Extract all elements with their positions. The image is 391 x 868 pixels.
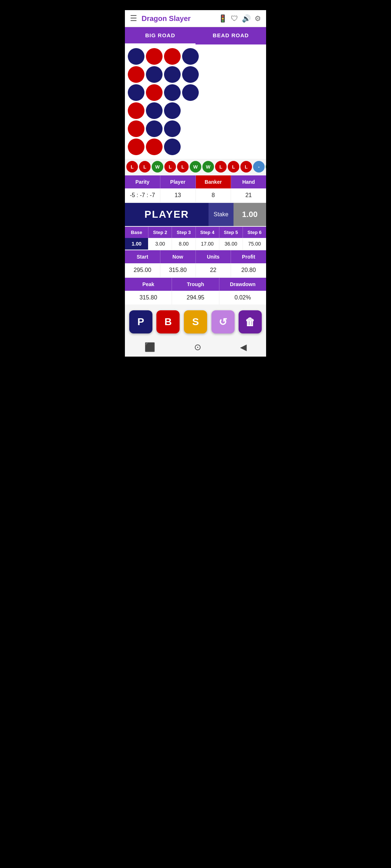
road-circle — [218, 120, 235, 137]
player-btn[interactable]: P — [129, 310, 152, 333]
result-badge: - — [253, 161, 265, 173]
road-circle — [255, 48, 266, 65]
road-circle — [128, 84, 144, 101]
delete-btn[interactable]: 🗑 — [239, 310, 262, 333]
tab-big-road[interactable]: BIG ROAD — [125, 27, 196, 44]
road-circle — [255, 139, 266, 155]
stats-header-cell-banker: Banker — [196, 175, 231, 188]
steps-data-cell: 17.00 — [196, 238, 219, 250]
road-circle — [200, 66, 217, 83]
road-circle — [218, 102, 235, 119]
result-badge: W — [202, 161, 214, 173]
steps-header-cell: Step 2 — [148, 227, 172, 238]
bottom-bar — [125, 357, 266, 364]
road-row — [128, 66, 263, 83]
steps-header-cell: Step 3 — [172, 227, 196, 238]
stats-data-cell: 13 — [160, 188, 196, 202]
steps-data-cell: 36.00 — [219, 238, 243, 250]
road-circle — [164, 84, 181, 101]
finance2-header-cell: Trough — [172, 278, 219, 291]
result-badge: W — [152, 161, 163, 173]
road-circle — [164, 66, 181, 83]
road-circle — [146, 48, 163, 65]
road-circle — [164, 139, 181, 155]
sound-icon[interactable]: 🔊 — [242, 14, 251, 23]
road-circle — [128, 102, 144, 119]
banker-btn[interactable]: B — [156, 310, 180, 333]
road-circle — [236, 102, 253, 119]
finance2-header-cell: Drawdown — [219, 278, 266, 291]
road-circle — [146, 120, 163, 137]
finance2-data-cell: 315.80 — [125, 291, 172, 305]
finance1-data-cell: 20.80 — [231, 263, 266, 277]
finance1-data-cell: 22 — [196, 263, 231, 277]
road-circle — [182, 139, 199, 155]
header-icons: 🚦 🛡 🔊 ⚙ — [218, 14, 261, 23]
result-badge: W — [190, 161, 201, 173]
road-circle — [236, 48, 253, 65]
road-rows — [128, 48, 263, 155]
steps-header-row: BaseStep 2Step 3Step 4Step 5Step 6 — [125, 227, 266, 238]
steps-data-cell: 1.00 — [125, 238, 148, 250]
road-circle — [236, 66, 253, 83]
finance-data-row-1: 295.00315.802220.80 — [125, 263, 266, 277]
stats-data-row: -5 : -7 : -713821 — [125, 188, 266, 202]
road-circle — [255, 102, 266, 119]
road-row — [128, 120, 263, 137]
road-circle — [218, 84, 235, 101]
road-circle — [200, 139, 217, 155]
result-badge: L — [240, 161, 252, 173]
result-badge: L — [126, 161, 138, 173]
road-circle — [128, 66, 144, 83]
finance1-header-cell: Start — [125, 250, 160, 263]
road-grid — [125, 44, 266, 159]
road-circle — [164, 48, 181, 65]
road-circle — [128, 139, 144, 155]
finance-section-2: PeakTroughDrawdown 315.80294.950.02% — [125, 278, 266, 305]
finance-header-row-1: StartNowUnitsProfit — [125, 250, 266, 263]
stats-section: ParityPlayerBankerHand -5 : -7 : -713821 — [125, 175, 266, 202]
stats-header-cell-parity: Parity — [125, 175, 160, 188]
stats-header-cell-player: Player — [160, 175, 196, 188]
road-row — [128, 84, 263, 101]
road-row — [128, 102, 263, 119]
road-circle — [236, 120, 253, 137]
road-circle — [255, 120, 266, 137]
road-circle — [255, 84, 266, 101]
steps-data-cell: 3.00 — [148, 238, 172, 250]
stop-btn[interactable]: ⬛ — [144, 342, 155, 352]
stats-data-cell: 8 — [196, 188, 231, 202]
app-title: Dragon Slayer — [142, 14, 214, 23]
stats-data-cell: 21 — [231, 188, 266, 202]
stats-header-cell-hand: Hand — [231, 175, 266, 188]
bet-stake-value: 1.00 — [234, 203, 266, 226]
road-circle — [182, 66, 199, 83]
bet-section: PLAYER Stake 1.00 — [125, 203, 266, 226]
steps-header-cell: Step 6 — [243, 227, 266, 238]
traffic-icon[interactable]: 🚦 — [218, 14, 227, 23]
finance1-header-cell: Units — [196, 250, 231, 263]
result-badge: W — [266, 161, 266, 173]
undo-btn[interactable]: ↺ — [211, 310, 235, 333]
finance1-data-cell: 295.00 — [125, 263, 160, 277]
finance-section-1: StartNowUnitsProfit 295.00315.802220.80 — [125, 250, 266, 277]
road-circle — [200, 120, 217, 137]
menu-icon[interactable]: ☰ — [130, 14, 137, 23]
road-circle — [218, 66, 235, 83]
result-badge: L — [228, 161, 239, 173]
home-btn[interactable]: ⊙ — [194, 342, 201, 352]
road-circle — [255, 66, 266, 83]
result-row: LLWLLWWLLL-WWWW — [125, 159, 266, 175]
stats-data-cell: -5 : -7 : -7 — [125, 188, 160, 202]
steps-header-cell: Base — [125, 227, 148, 238]
road-circle — [218, 139, 235, 155]
road-circle — [200, 48, 217, 65]
shield-icon[interactable]: 🛡 — [231, 14, 238, 23]
tab-bead-road[interactable]: BEAD ROAD — [196, 27, 266, 44]
finance1-data-cell: 315.80 — [160, 263, 196, 277]
settings-icon[interactable]: ⚙ — [255, 14, 261, 23]
finance-header-row-2: PeakTroughDrawdown — [125, 278, 266, 291]
stake-btn[interactable]: S — [184, 310, 207, 333]
back-btn[interactable]: ◀ — [240, 342, 247, 352]
finance1-header-cell: Now — [160, 250, 196, 263]
